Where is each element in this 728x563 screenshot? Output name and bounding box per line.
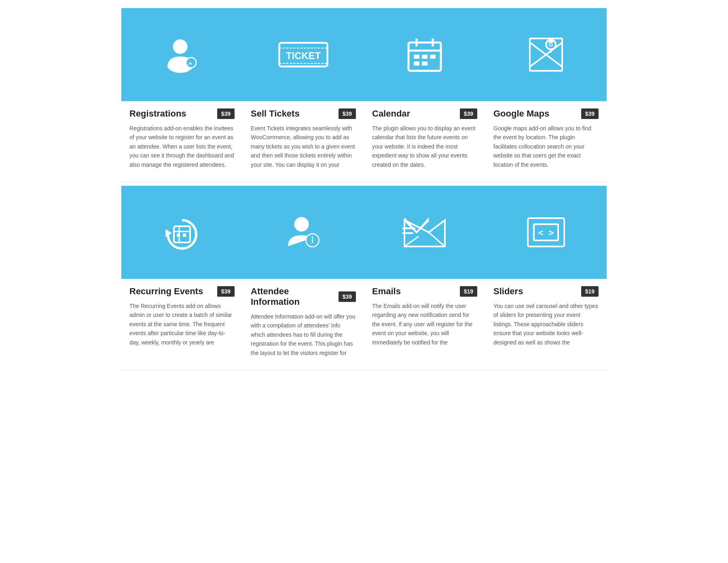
map-icon: G (526, 34, 566, 75)
card-title-sliders: Sliders (493, 286, 523, 297)
card-description-emails: The Emails add-on will notify the user r… (372, 302, 477, 347)
card-recurring-events: Recurring Events $39 The Recurring Event… (121, 186, 243, 370)
price-badge-sell-tickets: $39 (339, 108, 356, 119)
card-description-registrations: Registrations add-on enables the invitee… (129, 124, 235, 169)
svg-rect-13 (422, 55, 427, 59)
recurring-icon (160, 212, 204, 253)
svg-rect-12 (414, 55, 419, 59)
price-badge-registrations: $39 (217, 108, 235, 119)
card-attendee-information: i Attendee Information $39 Attendee Info… (243, 186, 364, 370)
card-description-sell-tickets: Event Tickets integrates seamlessly with… (251, 124, 356, 169)
svg-point-2 (186, 57, 196, 68)
svg-rect-26 (177, 234, 180, 237)
svg-rect-27 (183, 234, 186, 237)
card-emails: Emails $19 The Emails add-on will notify… (364, 186, 485, 370)
addon-grid: Registrations $39 Registrations add-on e… (113, 0, 615, 382)
svg-point-29 (294, 217, 309, 232)
card-description-recurring-events: The Recurring Events add-on allows admin… (129, 302, 235, 347)
card-header-emails: Emails $19 (372, 286, 477, 297)
card-title-attendee-information: Attendee Information (251, 286, 339, 307)
sliders-icon: < > (526, 216, 566, 249)
card-description-google-maps: Google maps add-on allows you to find th… (493, 124, 599, 169)
card-image-sell-tickets: TICKET (243, 8, 364, 101)
calendar-icon (406, 36, 443, 73)
svg-text:TICKET: TICKET (286, 50, 321, 61)
price-badge-google-maps: $39 (581, 108, 599, 119)
card-image-calendar (364, 8, 485, 101)
card-google-maps: G Google Maps $39 Google maps add-on all… (485, 8, 607, 182)
card-image-google-maps: G (485, 8, 607, 101)
card-registrations: Registrations $39 Registrations add-on e… (121, 8, 243, 182)
card-header-google-maps: Google Maps $39 (493, 108, 599, 119)
svg-point-32 (312, 236, 313, 238)
price-badge-attendee-information: $39 (339, 291, 356, 302)
email-icon (402, 216, 447, 249)
card-description-attendee-information: Attendee Information add-on will offer y… (251, 312, 356, 357)
price-badge-emails: $19 (460, 286, 477, 297)
card-header-sell-tickets: Sell Tickets $39 (251, 108, 356, 119)
card-header-registrations: Registrations $39 (129, 108, 235, 119)
card-sliders: < > Sliders $19 You can use owl carousel… (485, 186, 607, 370)
price-badge-recurring-events: $39 (217, 286, 235, 297)
svg-rect-14 (430, 55, 436, 59)
card-image-recurring-events (121, 186, 243, 279)
svg-rect-15 (414, 62, 419, 66)
card-header-calendar: Calendar $39 (372, 108, 477, 119)
card-image-sliders: < > (485, 186, 607, 279)
card-title-google-maps: Google Maps (493, 108, 549, 119)
card-image-emails (364, 186, 485, 279)
card-header-recurring-events: Recurring Events $39 (129, 286, 235, 297)
card-title-recurring-events: Recurring Events (129, 286, 203, 297)
price-badge-calendar: $39 (460, 108, 477, 119)
price-badge-sliders: $19 (581, 286, 599, 297)
svg-rect-23 (174, 226, 190, 242)
card-description-sliders: You can use owl carousel and other types… (493, 302, 599, 347)
card-image-attendee-information: i (243, 186, 364, 279)
svg-line-35 (429, 232, 445, 246)
card-title-sell-tickets: Sell Tickets (251, 108, 300, 119)
card-image-registrations (121, 8, 243, 101)
card-title-calendar: Calendar (372, 108, 410, 119)
card-title-registrations: Registrations (129, 108, 186, 119)
ticket-icon: TICKET (277, 38, 330, 71)
card-description-calendar: The plugin allows you to display an even… (372, 124, 477, 169)
card-sell-tickets: TICKET Sell Tickets $39 Event Tickets in… (243, 8, 364, 182)
person-info-icon: i (285, 214, 322, 251)
svg-point-0 (173, 39, 188, 54)
card-header-attendee-information: Attendee Information $39 (251, 286, 356, 307)
person-edit-icon (164, 36, 200, 73)
svg-rect-16 (422, 62, 427, 66)
card-title-emails: Emails (372, 286, 401, 297)
svg-text:< >: < > (538, 227, 554, 238)
card-calendar: Calendar $39 The plugin allows you to di… (364, 8, 485, 182)
card-header-sliders: Sliders $19 (493, 286, 599, 297)
svg-line-36 (404, 236, 419, 246)
